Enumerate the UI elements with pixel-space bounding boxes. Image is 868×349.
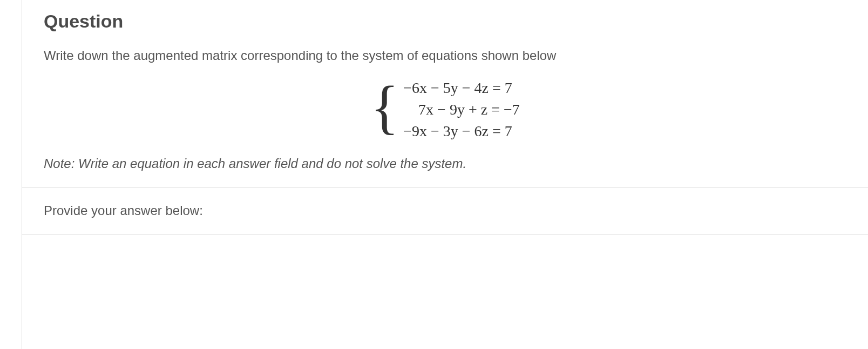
bottom-divider xyxy=(22,234,868,235)
equation-system: { −6x − 5y − 4z = 7 7x − 9y + z = −7 −9x… xyxy=(44,79,846,140)
equation-2: 7x − 9y + z = −7 xyxy=(403,101,520,118)
equation-3: −9x − 3y − 6z = 7 xyxy=(403,123,520,140)
left-brace: { xyxy=(370,82,399,133)
question-container: Question Write down the augmented matrix… xyxy=(22,0,868,349)
answer-section: Provide your answer below: xyxy=(22,188,868,234)
equation-1: −6x − 5y − 4z = 7 xyxy=(403,79,520,97)
brace-wrapper: { −6x − 5y − 4z = 7 7x − 9y + z = −7 −9x… xyxy=(370,79,519,140)
question-section: Question Write down the augmented matrix… xyxy=(22,0,868,187)
answer-prompt: Provide your answer below: xyxy=(44,203,846,218)
question-title: Question xyxy=(44,11,846,32)
question-note: Note: Write an equation in each answer f… xyxy=(44,156,846,171)
equations-list: −6x − 5y − 4z = 7 7x − 9y + z = −7 −9x −… xyxy=(403,79,520,140)
question-prompt: Write down the augmented matrix correspo… xyxy=(44,48,846,63)
